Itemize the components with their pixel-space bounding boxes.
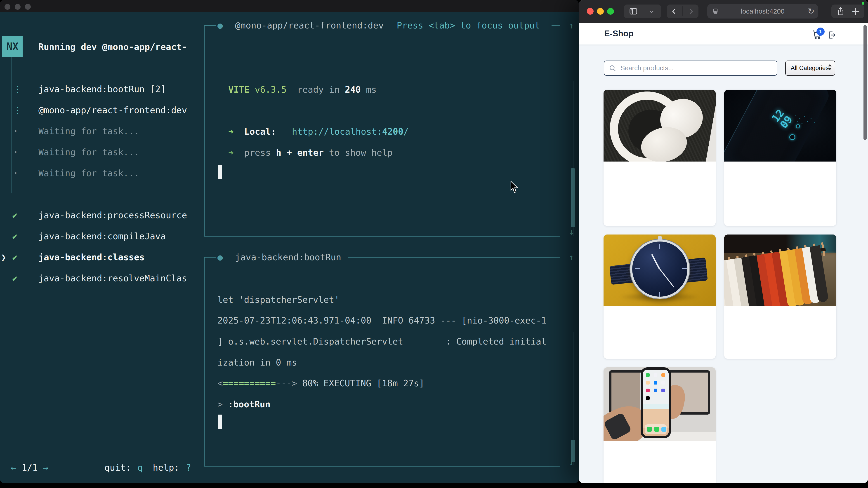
task-item[interactable]: @mono-app/react-frontend:dev [38, 104, 187, 116]
quit-key[interactable]: q [137, 462, 143, 474]
product-card[interactable]: Wireless Gaming Mouse $79.99 High-perfor… [603, 367, 716, 483]
local-label: Local: [244, 127, 276, 137]
help-keys: h + enter [276, 148, 324, 158]
close-button[interactable] [587, 8, 594, 15]
done-task[interactable]: java-backend:resolveMainClas [38, 272, 187, 284]
close-button[interactable] [4, 4, 10, 10]
waiting-dot-icon: · [13, 147, 18, 158]
search-icon [609, 64, 616, 72]
press-label: press [244, 148, 271, 158]
gradle-prompt-line: >:bootRun [217, 398, 270, 410]
help-key[interactable]: ? [186, 462, 191, 474]
pane-border [204, 25, 205, 236]
product-image-headphones [603, 90, 716, 162]
product-image-mouse [603, 367, 716, 441]
log-line: let 'dispatcherServlet' [217, 294, 340, 306]
terminal-titlebar[interactable] [0, 0, 579, 12]
page-scrollbar-thumb[interactable] [864, 25, 867, 140]
zoom-button[interactable] [25, 4, 31, 10]
pane-border [204, 257, 216, 258]
pane-bullet-icon: ● [217, 20, 223, 31]
zoom-button[interactable] [607, 8, 614, 15]
sidebar-toggle-icon[interactable] [629, 7, 638, 16]
vite-ready-line: VITEv6.3.5ready in240ms [228, 84, 377, 96]
logout-icon[interactable] [827, 30, 837, 40]
local-port[interactable]: 4200 [382, 127, 403, 137]
arrow-icon: ➜ [228, 127, 234, 137]
nx-logo: NX [2, 36, 23, 57]
local-url[interactable]: http://localhost: [292, 127, 382, 137]
quit-label: quit: [104, 462, 131, 474]
product-image-tshirt [724, 234, 836, 306]
reload-icon[interactable]: ↻ [808, 4, 814, 19]
pane-border [204, 236, 560, 236]
pane-border [204, 466, 560, 466]
done-task[interactable]: java-backend:processResource [38, 209, 187, 221]
product-card[interactable]: Premium Wireless Headphones $199.99 High… [603, 90, 716, 226]
chevron-down-icon[interactable] [648, 8, 655, 15]
new-tab-icon[interactable]: + [851, 5, 860, 18]
help-label: help: [153, 462, 179, 474]
address-bar[interactable]: localhost:4200 ↻ [707, 4, 818, 19]
scroll-up-icon[interactable]: ↑ [569, 20, 574, 31]
done-task-selected[interactable]: java-backend:classes [38, 252, 145, 263]
category-select[interactable]: All Categories [785, 61, 835, 76]
share-icon[interactable] [836, 6, 845, 16]
minimize-button[interactable] [15, 4, 21, 10]
terminal-cursor [218, 165, 222, 179]
pane-title[interactable]: java-backend:bootRun [235, 252, 341, 263]
product-grid: Premium Wireless Headphones $199.99 High… [603, 90, 836, 483]
pager-left-icon[interactable]: ← [11, 462, 16, 474]
prompt-command: :bootRun [228, 399, 270, 410]
task-item: Waiting for task... [38, 125, 139, 137]
help-hint-line: ➜pressh + enterto show help [228, 147, 393, 159]
back-button[interactable] [670, 7, 678, 16]
url-text[interactable]: localhost:4200 [707, 4, 818, 19]
waiting-dot-icon: · [13, 167, 18, 179]
local-slash[interactable]: / [403, 127, 408, 137]
browser-toolbar: localhost:4200 ↻ + [579, 0, 868, 23]
pane-border [552, 25, 560, 26]
scrollbar-thumb[interactable] [571, 168, 575, 227]
vite-time: 240 [345, 85, 361, 95]
help-post: to show help [329, 148, 393, 158]
log-line: ization in 0 ms [217, 357, 297, 368]
task-item[interactable]: java-backend:bootRun [2] [38, 84, 166, 95]
run-title: Running dev @mono-app/react- [38, 41, 187, 53]
search-input[interactable] [604, 61, 777, 76]
product-card[interactable]: Premium Cotton T-Shirt $29.99 Soft and c… [724, 234, 836, 359]
category-select-value: All Categories [791, 65, 829, 71]
pane-title[interactable]: @mono-app/react-frontend:dev [235, 20, 383, 31]
scroll-down-icon[interactable]: ↓ [569, 456, 574, 468]
check-icon: ✔ [12, 252, 18, 263]
vite-ready-label: ready in [297, 85, 340, 95]
progress-filled: ========== [223, 378, 276, 388]
minimize-button[interactable] [597, 8, 604, 15]
log-line: ] o.s.web.servlet.DispatcherServlet : Co… [217, 336, 547, 348]
pane-title-rule [348, 257, 560, 258]
terminal-cursor [218, 415, 222, 429]
vite-brand: VITE [228, 85, 250, 95]
product-image-watch [603, 234, 716, 306]
waiting-dot-icon: · [13, 125, 18, 137]
task-tree-connector [11, 57, 12, 193]
forward-button[interactable] [687, 7, 695, 16]
log-line: 2025-07-23T12:06:43.971-04:00 INFO 64733… [217, 315, 547, 326]
terminal-window: NX Running dev @mono-app/react- ⋮ java-b… [0, 0, 579, 483]
pager-count: 1/1 [22, 462, 37, 474]
scroll-up-icon[interactable]: ↑ [569, 252, 574, 263]
vite-unit: ms [366, 85, 377, 95]
action-button-group: + [831, 4, 864, 18]
scroll-down-icon[interactable]: ↓ [569, 226, 574, 238]
local-url-line: ➜Local:http://localhost:4200/ [228, 126, 409, 138]
select-arrows-icon [828, 64, 831, 70]
done-task[interactable]: java-backend:compileJava [38, 230, 166, 242]
pane-border [204, 257, 205, 466]
pager-right-icon[interactable]: → [43, 462, 48, 474]
progress-tail: ---> [276, 378, 297, 388]
progress-label: 80% EXECUTING [18m 27s] [302, 378, 424, 388]
mouse-cursor [510, 181, 519, 193]
status-dot [862, 2, 864, 5]
product-card[interactable]: 1209 Smartphone 13 Pro $999.99 Latest sm… [724, 90, 836, 226]
product-card[interactable]: Designer Watch $299.99 Elegant designer … [603, 234, 716, 359]
